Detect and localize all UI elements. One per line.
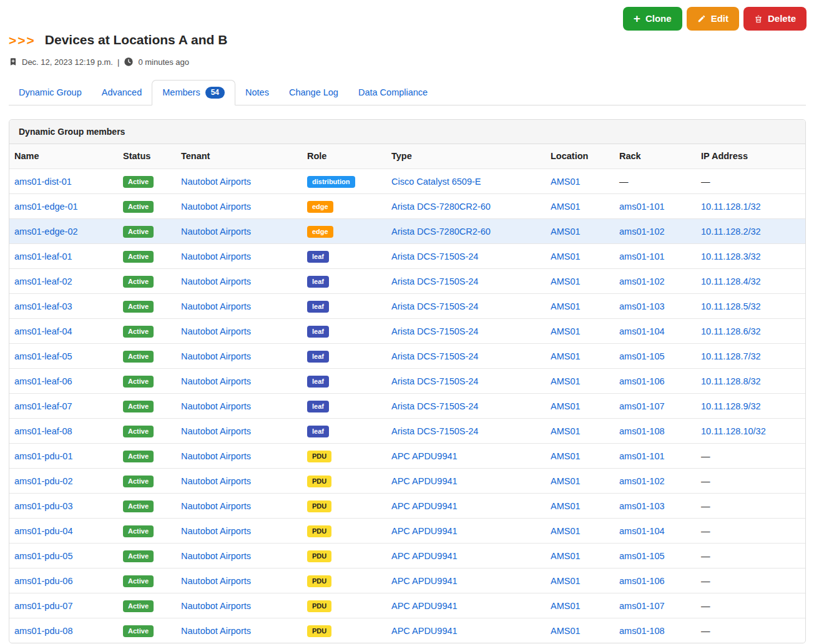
- rack-link[interactable]: ams01-107: [619, 401, 665, 411]
- location-link[interactable]: AMS01: [551, 401, 581, 411]
- location-link[interactable]: AMS01: [551, 202, 581, 212]
- rack-link[interactable]: ams01-101: [619, 251, 665, 261]
- role-badge[interactable]: edge: [307, 226, 333, 238]
- rack-link[interactable]: ams01-104: [619, 526, 665, 536]
- device-type-link[interactable]: APC APDU9941: [391, 501, 458, 511]
- device-type-link[interactable]: Arista DCS-7150S-24: [391, 351, 478, 361]
- device-name-link[interactable]: ams01-leaf-07: [14, 401, 72, 411]
- device-name-link[interactable]: ams01-pdu-03: [14, 501, 73, 511]
- device-name-link[interactable]: ams01-pdu-02: [14, 476, 73, 486]
- device-type-link[interactable]: APC APDU9941: [391, 576, 458, 586]
- column-header-rack[interactable]: Rack: [614, 144, 696, 169]
- tab-dynamic-group[interactable]: Dynamic Group: [9, 80, 92, 105]
- clone-button[interactable]: + Clone: [623, 7, 682, 31]
- tenant-link[interactable]: Nautobot Airports: [181, 601, 251, 611]
- role-badge[interactable]: leaf: [307, 251, 329, 263]
- status-badge[interactable]: Active: [123, 176, 154, 188]
- location-link[interactable]: AMS01: [551, 451, 581, 461]
- status-badge[interactable]: Active: [123, 426, 154, 437]
- tenant-link[interactable]: Nautobot Airports: [181, 526, 251, 536]
- location-link[interactable]: AMS01: [551, 227, 581, 237]
- role-badge[interactable]: leaf: [307, 276, 329, 288]
- tenant-link[interactable]: Nautobot Airports: [181, 426, 251, 436]
- tab-change-log[interactable]: Change Log: [279, 80, 348, 105]
- location-link[interactable]: AMS01: [551, 251, 581, 261]
- role-badge[interactable]: leaf: [307, 376, 329, 388]
- device-type-link[interactable]: Arista DCS-7150S-24: [391, 301, 478, 311]
- rack-link[interactable]: ams01-107: [619, 601, 665, 611]
- rack-link[interactable]: ams01-103: [619, 301, 665, 311]
- rack-link[interactable]: ams01-102: [619, 227, 665, 237]
- ip-address-link[interactable]: 10.11.128.6/32: [701, 326, 761, 336]
- tab-members[interactable]: Members54: [152, 80, 235, 105]
- role-badge[interactable]: PDU: [307, 600, 331, 612]
- role-badge[interactable]: PDU: [307, 476, 331, 487]
- device-name-link[interactable]: ams01-dist-01: [14, 177, 72, 187]
- device-name-link[interactable]: ams01-edge-02: [14, 227, 78, 237]
- status-badge[interactable]: Active: [123, 326, 154, 338]
- device-name-link[interactable]: ams01-leaf-01: [14, 251, 72, 261]
- status-badge[interactable]: Active: [123, 376, 154, 388]
- rack-link[interactable]: ams01-101: [619, 451, 665, 461]
- column-header-ip-address[interactable]: IP Address: [696, 144, 805, 169]
- rack-link[interactable]: ams01-106: [619, 376, 665, 386]
- tenant-link[interactable]: Nautobot Airports: [181, 177, 251, 187]
- role-badge[interactable]: leaf: [307, 351, 329, 363]
- device-name-link[interactable]: ams01-pdu-05: [14, 551, 73, 561]
- role-badge[interactable]: PDU: [307, 625, 331, 637]
- status-badge[interactable]: Active: [123, 226, 154, 238]
- device-type-link[interactable]: APC APDU9941: [391, 626, 458, 636]
- role-badge[interactable]: edge: [307, 201, 333, 213]
- location-link[interactable]: AMS01: [551, 351, 581, 361]
- location-link[interactable]: AMS01: [551, 526, 581, 536]
- status-badge[interactable]: Active: [123, 525, 154, 537]
- device-type-link[interactable]: Arista DCS-7150S-24: [391, 326, 478, 336]
- device-type-link[interactable]: APC APDU9941: [391, 601, 458, 611]
- rack-link[interactable]: ams01-104: [619, 326, 665, 336]
- status-badge[interactable]: Active: [123, 351, 154, 363]
- device-type-link[interactable]: Arista DCS-7280CR2-60: [391, 227, 491, 237]
- device-name-link[interactable]: ams01-pdu-04: [14, 526, 73, 536]
- location-link[interactable]: AMS01: [551, 426, 581, 436]
- role-badge[interactable]: PDU: [307, 575, 331, 587]
- tenant-link[interactable]: Nautobot Airports: [181, 626, 251, 636]
- column-header-name[interactable]: Name: [9, 144, 118, 169]
- tenant-link[interactable]: Nautobot Airports: [181, 551, 251, 561]
- device-name-link[interactable]: ams01-leaf-03: [14, 301, 72, 311]
- ip-address-link[interactable]: 10.11.128.10/32: [701, 426, 766, 436]
- tenant-link[interactable]: Nautobot Airports: [181, 276, 251, 286]
- location-link[interactable]: AMS01: [551, 551, 581, 561]
- device-name-link[interactable]: ams01-leaf-02: [14, 276, 72, 286]
- tenant-link[interactable]: Nautobot Airports: [181, 326, 251, 336]
- rack-link[interactable]: ams01-105: [619, 551, 665, 561]
- status-badge[interactable]: Active: [123, 276, 154, 288]
- rack-link[interactable]: ams01-108: [619, 626, 665, 636]
- role-badge[interactable]: leaf: [307, 301, 329, 313]
- ip-address-link[interactable]: 10.11.128.7/32: [701, 351, 761, 361]
- device-name-link[interactable]: ams01-leaf-04: [14, 326, 72, 336]
- rack-link[interactable]: ams01-103: [619, 501, 665, 511]
- device-name-link[interactable]: ams01-pdu-01: [14, 451, 73, 461]
- status-badge[interactable]: Active: [123, 401, 154, 412]
- status-badge[interactable]: Active: [123, 201, 154, 213]
- role-badge[interactable]: leaf: [307, 401, 329, 412]
- column-header-status[interactable]: Status: [118, 144, 176, 169]
- status-badge[interactable]: Active: [123, 550, 154, 562]
- device-name-link[interactable]: ams01-pdu-08: [14, 626, 73, 636]
- location-link[interactable]: AMS01: [551, 601, 581, 611]
- role-badge[interactable]: PDU: [307, 500, 331, 512]
- delete-button[interactable]: Delete: [743, 7, 807, 31]
- device-type-link[interactable]: APC APDU9941: [391, 551, 458, 561]
- ip-address-link[interactable]: 10.11.128.1/32: [701, 202, 761, 212]
- status-badge[interactable]: Active: [123, 301, 154, 313]
- ip-address-link[interactable]: 10.11.128.5/32: [701, 301, 761, 311]
- status-badge[interactable]: Active: [123, 625, 154, 637]
- ip-address-link[interactable]: 10.11.128.9/32: [701, 401, 761, 411]
- status-badge[interactable]: Active: [123, 600, 154, 612]
- status-badge[interactable]: Active: [123, 451, 154, 462]
- location-link[interactable]: AMS01: [551, 301, 581, 311]
- ip-address-link[interactable]: 10.11.128.4/32: [701, 276, 761, 286]
- tenant-link[interactable]: Nautobot Airports: [181, 501, 251, 511]
- rack-link[interactable]: ams01-106: [619, 576, 665, 586]
- tenant-link[interactable]: Nautobot Airports: [181, 401, 251, 411]
